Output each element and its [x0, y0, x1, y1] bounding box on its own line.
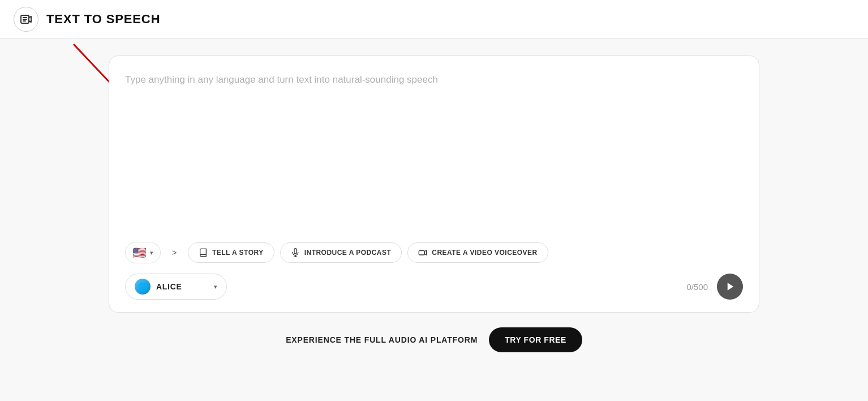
main-content: 🇺🇸 ▾ > TELL A STORY — [0, 39, 868, 364]
voice-selector[interactable]: 🌐 ALICE ▾ — [125, 274, 227, 300]
svg-rect-8 — [419, 251, 425, 255]
bottom-row: 🌐 ALICE ▾ 0/500 — [125, 274, 743, 300]
right-controls: 0/500 — [686, 274, 743, 300]
book-icon — [199, 248, 208, 257]
cta-bar: EXPERIENCE THE FULL AUDIO AI PLATFORM TR… — [286, 327, 582, 352]
language-selector[interactable]: 🇺🇸 ▾ — [125, 242, 161, 263]
create-a-video-voiceover-button[interactable]: CREATE A VIDEO VOICEOVER — [407, 242, 548, 263]
char-max: 500 — [694, 282, 708, 292]
voice-name: ALICE — [156, 282, 208, 291]
try-for-free-button[interactable]: TRY FOR FREE — [489, 327, 582, 352]
tell-a-story-label: TELL A STORY — [212, 249, 264, 257]
chevron-down-icon: ▾ — [150, 249, 153, 257]
flag-emoji: 🇺🇸 — [132, 247, 147, 258]
tell-a-story-button[interactable]: TELL A STORY — [188, 242, 274, 263]
voice-chevron-icon: ▾ — [214, 283, 217, 291]
toolbar-row: 🇺🇸 ▾ > TELL A STORY — [125, 242, 743, 263]
logo-icon — [14, 7, 38, 32]
voice-avatar: 🌐 — [135, 279, 151, 295]
header: TEXT TO SPEECH — [0, 0, 868, 39]
app-title: TEXT TO SPEECH — [46, 12, 160, 27]
cta-label: EXPERIENCE THE FULL AUDIO AI PLATFORM — [286, 335, 478, 344]
char-counter: 0/500 — [686, 282, 708, 292]
introduce-a-podcast-button[interactable]: INTRODUCE A PODCAST — [280, 242, 402, 263]
video-icon — [418, 248, 427, 257]
mic-icon — [291, 248, 300, 257]
play-button[interactable] — [717, 274, 743, 300]
create-a-video-voiceover-label: CREATE A VIDEO VOICEOVER — [432, 249, 537, 257]
text-input[interactable] — [125, 72, 743, 231]
play-icon — [725, 281, 736, 292]
introduce-a-podcast-label: INTRODUCE A PODCAST — [304, 249, 392, 257]
char-current: 0 — [686, 282, 691, 292]
arrow-button[interactable]: > — [166, 245, 182, 261]
arrow-label: > — [172, 248, 177, 257]
svg-marker-9 — [728, 283, 734, 291]
editor-card: 🇺🇸 ▾ > TELL A STORY — [109, 56, 759, 313]
